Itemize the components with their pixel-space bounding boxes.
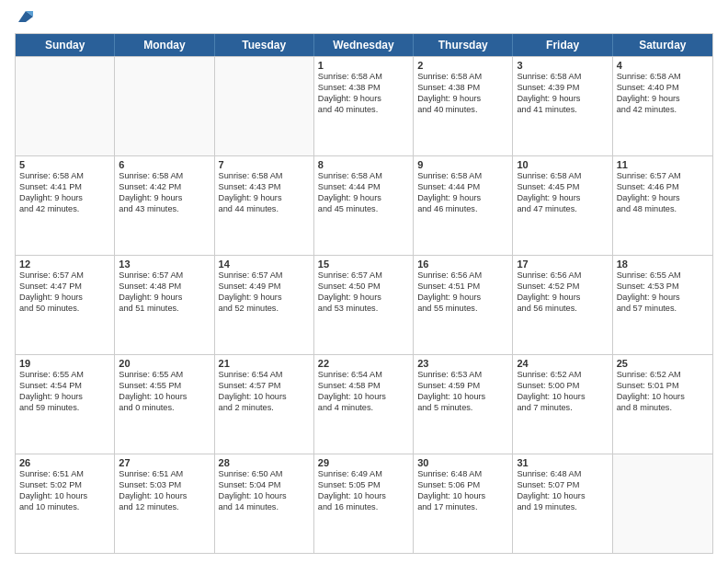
cell-line: Sunset: 4:48 PM (119, 282, 210, 293)
cell-line: and 8 minutes. (617, 403, 709, 414)
cell-line: Daylight: 10 hours (119, 491, 210, 502)
day-number: 10 (517, 159, 608, 170)
day-cell-27: 27Sunrise: 6:51 AMSunset: 5:03 PMDayligh… (115, 454, 214, 553)
cell-line: Sunset: 4:42 PM (119, 182, 210, 193)
cell-line: Daylight: 9 hours (417, 94, 508, 105)
cell-line: Sunrise: 6:53 AM (417, 370, 508, 381)
cell-line: Sunset: 5:06 PM (417, 480, 508, 491)
day-cell-29: 29Sunrise: 6:49 AMSunset: 5:05 PMDayligh… (314, 454, 414, 553)
day-cell-5: 5Sunrise: 6:58 AMSunset: 4:41 PMDaylight… (16, 156, 115, 255)
day-number: 17 (517, 259, 608, 270)
day-number: 19 (19, 358, 110, 369)
cell-line: Daylight: 9 hours (318, 293, 409, 304)
cell-line: and 10 minutes. (19, 502, 110, 513)
day-cell-16: 16Sunrise: 6:56 AMSunset: 4:51 PMDayligh… (414, 256, 513, 354)
day-cell-3: 3Sunrise: 6:58 AMSunset: 4:39 PMDaylight… (513, 57, 612, 155)
empty-cell-4-6 (613, 454, 712, 553)
day-number: 28 (219, 457, 310, 468)
cell-line: Sunset: 4:49 PM (219, 282, 310, 293)
cell-line: Daylight: 10 hours (517, 392, 608, 403)
calendar-row-1: 5Sunrise: 6:58 AMSunset: 4:41 PMDaylight… (16, 155, 712, 255)
cell-line: Sunset: 5:03 PM (119, 480, 210, 491)
day-cell-26: 26Sunrise: 6:51 AMSunset: 5:02 PMDayligh… (16, 454, 115, 553)
page: SundayMondayTuesdayWednesdayThursdayFrid… (0, 0, 728, 563)
cell-line: and 50 minutes. (19, 304, 110, 315)
cell-line: Daylight: 9 hours (119, 293, 210, 304)
cell-line: Sunrise: 6:56 AM (417, 270, 508, 282)
day-number: 20 (119, 358, 210, 369)
day-number: 26 (19, 457, 110, 468)
day-number: 1 (318, 60, 409, 71)
cell-line: Sunset: 4:55 PM (119, 381, 210, 392)
cell-line: Daylight: 10 hours (417, 392, 508, 403)
cell-line: Sunrise: 6:52 AM (517, 370, 608, 381)
cell-line: Sunset: 4:40 PM (617, 83, 709, 94)
day-cell-9: 9Sunrise: 6:58 AMSunset: 4:44 PMDaylight… (414, 156, 513, 255)
day-number: 29 (318, 457, 409, 468)
cell-line: Sunset: 4:52 PM (517, 282, 608, 293)
cell-line: and 46 minutes. (417, 204, 508, 215)
cell-line: and 57 minutes. (617, 304, 709, 315)
cell-line: Sunset: 4:46 PM (617, 182, 709, 193)
cell-line: and 43 minutes. (119, 204, 210, 215)
header-day-wednesday: Wednesday (314, 34, 414, 56)
cell-line: Sunset: 4:38 PM (417, 83, 508, 94)
day-number: 7 (219, 159, 310, 170)
cell-line: and 16 minutes. (318, 502, 409, 513)
day-cell-6: 6Sunrise: 6:58 AMSunset: 4:42 PMDaylight… (115, 156, 214, 255)
cell-line: Daylight: 9 hours (219, 193, 310, 204)
cell-line: and 12 minutes. (119, 502, 210, 513)
cell-line: Daylight: 9 hours (517, 94, 608, 105)
calendar-header: SundayMondayTuesdayWednesdayThursdayFrid… (16, 34, 712, 56)
cell-line: Sunset: 4:47 PM (19, 282, 110, 293)
cell-line: Sunrise: 6:58 AM (417, 72, 508, 83)
day-number: 25 (617, 358, 709, 369)
calendar-row-0: 1Sunrise: 6:58 AMSunset: 4:38 PMDaylight… (16, 56, 712, 155)
day-number: 3 (517, 60, 608, 71)
cell-line: and 19 minutes. (517, 502, 608, 513)
cell-line: Sunset: 4:39 PM (517, 83, 608, 94)
cell-line: and 17 minutes. (417, 502, 508, 513)
day-number: 6 (119, 159, 210, 170)
calendar-row-2: 12Sunrise: 6:57 AMSunset: 4:47 PMDayligh… (16, 255, 712, 354)
cell-line: Daylight: 9 hours (417, 193, 508, 204)
cell-line: Daylight: 10 hours (617, 392, 709, 403)
cell-line: Sunset: 4:43 PM (219, 182, 310, 193)
cell-line: Daylight: 9 hours (19, 392, 110, 403)
day-cell-17: 17Sunrise: 6:56 AMSunset: 4:52 PMDayligh… (513, 256, 612, 354)
cell-line: Sunrise: 6:57 AM (318, 270, 409, 282)
empty-cell-0-0 (16, 57, 115, 155)
cell-line: and 41 minutes. (517, 105, 608, 116)
cell-line: and 44 minutes. (219, 204, 310, 215)
calendar-row-4: 26Sunrise: 6:51 AMSunset: 5:02 PMDayligh… (16, 454, 712, 553)
cell-line: Sunrise: 6:51 AM (19, 469, 110, 480)
day-cell-23: 23Sunrise: 6:53 AMSunset: 4:59 PMDayligh… (414, 355, 513, 454)
day-cell-18: 18Sunrise: 6:55 AMSunset: 4:53 PMDayligh… (613, 256, 712, 354)
cell-line: Sunset: 4:59 PM (417, 381, 508, 392)
day-number: 8 (318, 159, 409, 170)
cell-line: Sunrise: 6:56 AM (517, 270, 608, 282)
day-number: 21 (219, 358, 310, 369)
cell-line: and 53 minutes. (318, 304, 409, 315)
cell-line: Daylight: 10 hours (219, 491, 310, 502)
cell-line: Sunrise: 6:58 AM (517, 171, 608, 182)
cell-line: Sunrise: 6:58 AM (617, 72, 709, 83)
cell-line: and 40 minutes. (417, 105, 508, 116)
logo (15, 11, 35, 26)
day-number: 31 (517, 457, 608, 468)
cell-line: and 42 minutes. (19, 204, 110, 215)
cell-line: and 42 minutes. (617, 105, 709, 116)
day-number: 11 (617, 159, 709, 170)
day-number: 22 (318, 358, 409, 369)
day-cell-11: 11Sunrise: 6:57 AMSunset: 4:46 PMDayligh… (613, 156, 712, 255)
cell-line: Sunrise: 6:55 AM (19, 370, 110, 381)
header (15, 11, 713, 26)
day-cell-4: 4Sunrise: 6:58 AMSunset: 4:40 PMDaylight… (613, 57, 712, 155)
header-day-sunday: Sunday (16, 34, 115, 56)
day-cell-30: 30Sunrise: 6:48 AMSunset: 5:06 PMDayligh… (414, 454, 513, 553)
day-cell-20: 20Sunrise: 6:55 AMSunset: 4:55 PMDayligh… (115, 355, 214, 454)
cell-line: and 5 minutes. (417, 403, 508, 414)
cell-line: Sunset: 5:07 PM (517, 480, 608, 491)
day-number: 12 (19, 259, 110, 270)
cell-line: Daylight: 10 hours (318, 491, 409, 502)
